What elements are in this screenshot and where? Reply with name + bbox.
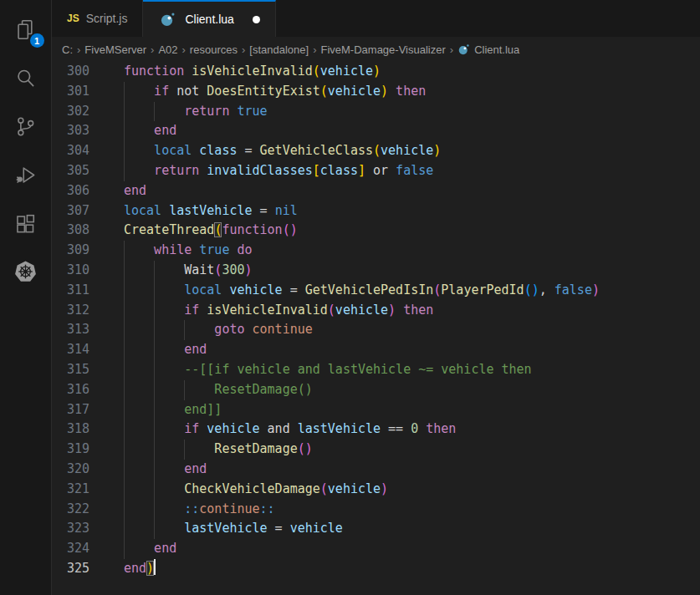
line-number[interactable]: 320 xyxy=(52,460,124,480)
line-number[interactable]: 304 xyxy=(52,141,124,161)
breadcrumb-item[interactable]: FiveM-Damage-Visualizer xyxy=(319,43,447,56)
code-line[interactable]: 318if vehicle and lastVehicle == 0 then xyxy=(52,420,700,440)
modified-indicator-dot[interactable] xyxy=(253,16,260,23)
code-text: local vehicle = GetVehiclePedIsIn(Player… xyxy=(124,281,600,301)
code-line[interactable]: 306end xyxy=(52,181,700,201)
kubernetes-button[interactable] xyxy=(0,247,52,296)
code-text: end) xyxy=(124,559,156,579)
activity-bar: 1 xyxy=(0,0,52,595)
code-text: end xyxy=(124,460,207,480)
explorer-button[interactable]: 1 xyxy=(0,5,52,53)
kubernetes-icon xyxy=(13,259,38,285)
code-line[interactable]: 317end]] xyxy=(52,400,700,420)
line-number[interactable]: 300 xyxy=(52,62,124,82)
line-number[interactable]: 315 xyxy=(52,360,124,380)
line-number[interactable]: 318 xyxy=(52,420,124,440)
breadcrumb-separator: › xyxy=(148,43,156,56)
breadcrumb-item[interactable]: FiveMServer xyxy=(83,43,148,56)
code-line[interactable]: 321CheckVehicleDamage(vehicle) xyxy=(52,480,700,500)
code-line[interactable]: 301if not DoesEntityExist(vehicle) then xyxy=(52,82,700,102)
line-number[interactable]: 321 xyxy=(52,480,124,500)
indent-guides xyxy=(124,440,214,460)
code-line[interactable]: 316ResetDamage() xyxy=(52,380,700,400)
line-number[interactable]: 310 xyxy=(52,261,124,281)
code-text: function isVehicleInvalid(vehicle) xyxy=(124,62,381,82)
breadcrumb-item-file[interactable]: Client.lua xyxy=(473,43,521,56)
code-line[interactable]: 314end xyxy=(52,340,700,360)
breadcrumb-item[interactable]: C: xyxy=(60,43,74,56)
indent-guides xyxy=(124,380,214,400)
code-line[interactable]: 308CreateThread(function() xyxy=(52,221,700,241)
line-number[interactable]: 314 xyxy=(52,340,124,360)
code-editor[interactable]: 300function isVehicleInvalid(vehicle)301… xyxy=(52,62,700,595)
line-number[interactable]: 325 xyxy=(52,559,124,579)
code-line[interactable]: 322::continue:: xyxy=(52,500,700,520)
line-number[interactable]: 324 xyxy=(52,539,124,559)
line-number[interactable]: 322 xyxy=(52,500,124,520)
line-number[interactable]: 312 xyxy=(52,301,124,321)
search-button[interactable] xyxy=(0,53,52,102)
line-number[interactable]: 323 xyxy=(52,519,124,539)
code-line[interactable]: 313goto continue xyxy=(52,320,700,340)
breadcrumb-item[interactable]: resources xyxy=(188,43,239,56)
code-line[interactable]: 300function isVehicleInvalid(vehicle) xyxy=(52,62,700,82)
source-control-icon xyxy=(14,115,37,138)
code-line[interactable]: 303end xyxy=(52,121,700,141)
line-number[interactable]: 307 xyxy=(52,201,124,221)
tab-bar: JS Script.js Client.lua xyxy=(52,0,700,37)
breadcrumb-separator: › xyxy=(447,43,456,56)
breadcrumb-item[interactable]: A02 xyxy=(156,43,179,56)
line-number[interactable]: 313 xyxy=(52,320,124,340)
code-text: CreateThread(function() xyxy=(124,221,298,241)
tab-label: Client.lua xyxy=(185,13,233,26)
explorer-badge: 1 xyxy=(30,33,44,48)
indent-guides xyxy=(124,301,184,321)
code-line[interactable]: 302return true xyxy=(52,102,700,122)
code-line[interactable]: 323lastVehicle = vehicle xyxy=(52,519,700,539)
line-number[interactable]: 316 xyxy=(52,380,124,400)
extensions-icon xyxy=(14,212,37,235)
code-text: CheckVehicleDamage(vehicle) xyxy=(124,480,388,500)
breadcrumb-separator: › xyxy=(74,43,83,56)
code-line[interactable]: 320end xyxy=(52,460,700,480)
code-text: return invalidClasses[class] or false xyxy=(124,161,433,181)
code-line[interactable]: 319ResetDamage() xyxy=(52,440,700,460)
line-number[interactable]: 319 xyxy=(52,440,124,460)
code-text: goto continue xyxy=(124,320,313,340)
source-control-button[interactable] xyxy=(0,102,52,150)
line-number[interactable]: 305 xyxy=(52,161,124,181)
code-line[interactable]: 315--[[if vehicle and lastVehicle ~= veh… xyxy=(52,360,700,380)
run-and-debug-button[interactable] xyxy=(0,150,52,199)
line-number[interactable]: 311 xyxy=(52,281,124,301)
extensions-button[interactable] xyxy=(0,199,52,247)
breadcrumb-item[interactable]: [standalone] xyxy=(248,43,310,56)
indent-guides xyxy=(124,460,184,480)
line-number[interactable]: 302 xyxy=(52,102,124,122)
code-line[interactable]: 309while true do xyxy=(52,241,700,261)
code-text: ResetDamage() xyxy=(124,440,313,460)
tab-client-lua[interactable]: Client.lua xyxy=(143,0,275,37)
code-line[interactable]: 305return invalidClasses[class] or false xyxy=(52,161,700,181)
code-text: if isVehicleInvalid(vehicle) then xyxy=(124,301,433,321)
line-number[interactable]: 303 xyxy=(52,121,124,141)
indent-guides xyxy=(124,340,184,360)
indent-guides xyxy=(124,141,154,161)
code-line[interactable]: 307local lastVehicle = nil xyxy=(52,201,700,221)
line-number[interactable]: 301 xyxy=(52,82,124,102)
code-lines: 300function isVehicleInvalid(vehicle)301… xyxy=(52,62,700,579)
line-number[interactable]: 308 xyxy=(52,221,124,241)
code-line[interactable]: 304local class = GetVehicleClass(vehicle… xyxy=(52,141,700,161)
code-line[interactable]: 324end xyxy=(52,539,700,559)
javascript-file-icon: JS xyxy=(67,13,79,24)
line-number[interactable]: 306 xyxy=(52,181,124,201)
tab-script-js[interactable]: JS Script.js xyxy=(52,0,143,37)
code-line[interactable]: 312if isVehicleInvalid(vehicle) then xyxy=(52,301,700,321)
code-line[interactable]: 310Wait(300) xyxy=(52,261,700,281)
code-line[interactable]: 325end) xyxy=(52,559,700,579)
code-text: ::continue:: xyxy=(124,500,275,520)
code-text: lastVehicle = vehicle xyxy=(124,519,343,539)
indent-guides xyxy=(124,82,154,102)
code-line[interactable]: 311local vehicle = GetVehiclePedIsIn(Pla… xyxy=(52,281,700,301)
line-number[interactable]: 309 xyxy=(52,241,124,261)
line-number[interactable]: 317 xyxy=(52,400,124,420)
